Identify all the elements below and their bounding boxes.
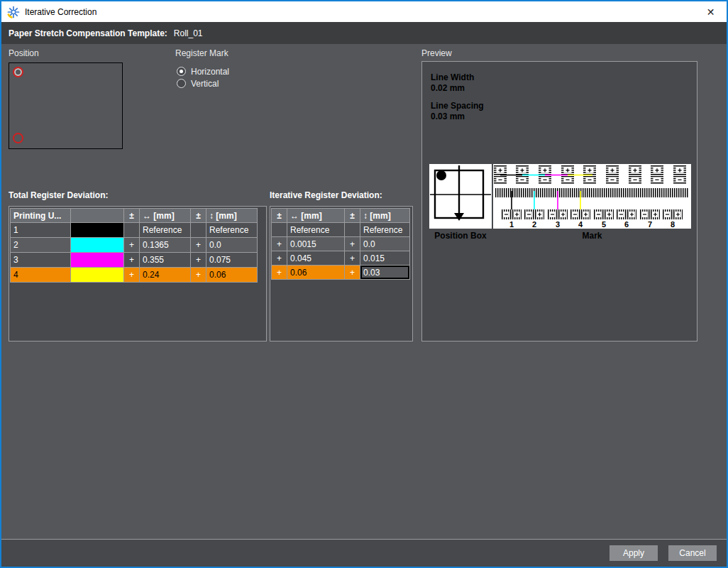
table-row[interactable]: Reference Reference [272,223,410,237]
ink-swatch [71,223,123,237]
svg-text:2: 2 [532,220,536,229]
register-mark-label: Register Mark [175,48,228,58]
v-value-cell[interactable]: 0.06 [206,268,258,283]
ink-swatch [71,238,123,252]
unit-cell[interactable]: 2 [11,238,71,253]
h-value-cell[interactable]: 0.355 [140,253,191,268]
radio-vertical-icon[interactable] [177,79,186,88]
unit-cell[interactable]: 3 [11,253,71,268]
svg-text:3: 3 [556,220,560,229]
sign-cell[interactable]: + [272,266,287,280]
preview-panel: Line Width 0.02 mm Line Spacing 0.03 mm [421,61,697,342]
window-title: Iterative Correction [25,7,96,17]
position-marker-top-left[interactable] [13,67,23,77]
h-value-cell[interactable]: Reference [287,223,345,237]
iterative-deviation-title: Iterative Register Deviation: [270,190,382,200]
sign-cell[interactable] [345,223,360,237]
total-deviation-title: Total Register Deviation: [9,190,108,200]
sign-cell[interactable] [191,223,206,238]
line-spacing-value: 0.03 mm [431,111,465,121]
table-row[interactable]: 1 Reference Reference [11,223,258,238]
ink-swatch-cell[interactable] [71,253,124,268]
position-selector-box [9,62,123,149]
table-row[interactable]: 3 + 0.355 + 0.075 [11,253,258,268]
v-value-cell[interactable]: 0.015 [360,251,410,266]
v-value-cell[interactable]: Reference [360,223,410,237]
radio-vertical[interactable]: Vertical [177,77,229,89]
h-value-cell[interactable]: 0.06 [287,266,345,280]
h-value-cell[interactable]: 0.24 [140,268,191,283]
position-label: Position [9,48,39,58]
apply-button[interactable]: Apply [610,545,658,561]
h-value-cell[interactable]: 0.1365 [140,238,191,253]
ink-swatch [71,253,123,267]
title-bar: Iterative Correction ✕ [1,1,727,22]
col-horizontal-mm: ↔ [mm] [140,209,191,223]
h-value-cell[interactable]: 0.0015 [287,237,345,251]
sign-cell[interactable] [124,223,140,238]
close-button[interactable]: ✕ [695,1,727,22]
preview-label: Preview [421,48,452,58]
sign-cell[interactable]: + [124,268,140,283]
svg-text:5: 5 [602,220,606,229]
table-row-selected[interactable]: 4 + 0.24 + 0.06 [11,268,258,283]
total-deviation-panel: Printing U... ± ↔ [mm] ± ↕ [mm] 1 Refere… [9,206,267,342]
unit-cell[interactable]: 1 [11,223,71,238]
radio-horizontal[interactable]: Horizontal [177,65,229,77]
col-vertical-mm: ↕ [mm] [360,209,410,223]
v-value-cell[interactable]: 0.0 [206,238,258,253]
iterative-deviation-panel: ± ↔ [mm] ± ↕ [mm] Reference Reference + … [270,206,413,342]
template-label: Paper Stretch Compensation Template: [9,28,167,38]
template-value: Roll_01 [174,28,203,38]
sign-cell[interactable]: + [124,238,140,253]
table-header-row: Printing U... ± ↔ [mm] ± ↕ [mm] [11,209,258,223]
sign-cell[interactable]: + [272,237,287,251]
col-plusminus-h: ± [272,209,287,223]
h-value-cell[interactable]: 0.045 [287,251,345,266]
radio-vertical-label: Vertical [191,79,219,89]
col-horizontal-mm: ↔ [mm] [287,209,345,223]
mark-caption: Mark [493,231,691,241]
sign-cell[interactable]: + [345,266,360,280]
unit-cell[interactable]: 4 [11,268,71,283]
v-value-cell-editing[interactable]: 0.03 [360,266,410,280]
radio-horizontal-icon[interactable] [177,67,186,76]
dialog-content: Position Register Mark Horizontal Vertic… [1,44,727,539]
iterative-correction-dialog: Iterative Correction ✕ Paper Stretch Com… [0,0,728,568]
h-value-cell[interactable]: Reference [140,223,191,238]
sign-cell[interactable]: + [124,253,140,268]
ink-swatch-cell[interactable] [71,268,124,283]
register-mark-options: Horizontal Vertical [177,65,229,89]
line-spacing-label: Line Spacing [431,101,484,111]
col-vertical-mm: ↕ [mm] [206,209,258,223]
sign-cell[interactable]: + [191,268,206,283]
position-box-graphic [429,164,492,229]
sign-cell[interactable]: + [191,238,206,253]
line-width-label: Line Width [431,72,474,82]
position-marker-bottom-left[interactable] [13,133,23,143]
table-header-row: ± ↔ [mm] ± ↕ [mm] [272,209,410,223]
footer-bar: Apply Cancel [1,539,727,567]
svg-text:6: 6 [624,220,629,229]
col-plusminus-v: ± [345,209,360,223]
sign-cell[interactable]: + [272,251,287,266]
table-row[interactable]: + 0.0015 + 0.0 [272,237,410,251]
table-row-selected[interactable]: + 0.06 + 0.03 [272,266,410,280]
col-plusminus-v: ± [191,209,206,223]
cancel-button[interactable]: Cancel [668,545,717,561]
table-row[interactable]: + 0.045 + 0.015 [272,251,410,266]
sign-cell[interactable]: + [345,251,360,266]
sign-cell[interactable] [272,223,287,237]
v-value-cell[interactable]: 0.0 [360,237,410,251]
col-printing-unit: Printing U... [11,209,71,223]
sign-cell[interactable]: + [191,253,206,268]
ink-swatch-cell[interactable] [71,223,124,238]
v-value-cell[interactable]: Reference [206,223,258,238]
ink-swatch-cell[interactable] [71,238,124,253]
col-plusminus-h: ± [124,209,140,223]
position-box-caption: Position Box [429,231,492,241]
v-value-cell[interactable]: 0.075 [206,253,258,268]
table-row[interactable]: 2 + 0.1365 + 0.0 [11,238,258,253]
template-header: Paper Stretch Compensation Template: Rol… [1,22,727,44]
sign-cell[interactable]: + [345,237,360,251]
